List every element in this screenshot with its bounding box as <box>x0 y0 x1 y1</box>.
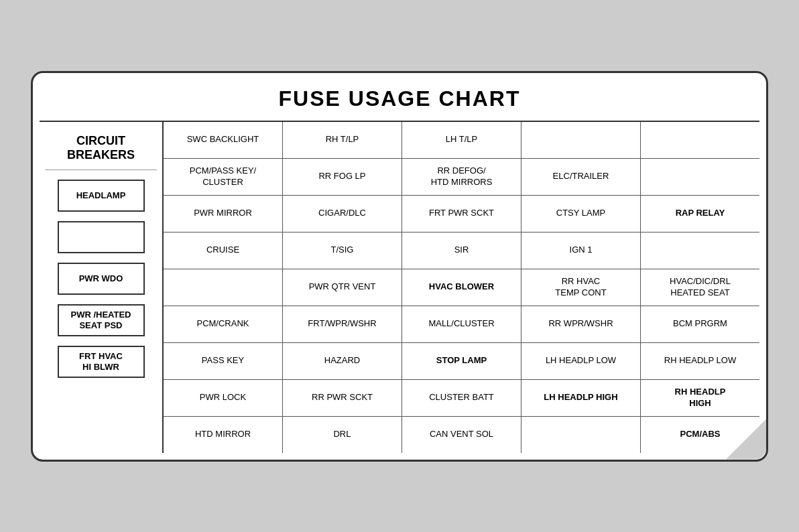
grid-cell: LH T/LP <box>402 122 521 158</box>
breaker-headlamp: HEADLAMP <box>58 180 145 212</box>
grid-row: CRUISET/SIGSIRIGN 1 <box>164 232 759 269</box>
grid-cell: RH HEADLPHIGH <box>641 380 759 416</box>
grid-cell: CAN VENT SOL <box>402 417 521 453</box>
fuse-chart-container: FUSE USAGE CHART CIRCUITBREAKERS HEADLAM… <box>31 71 768 462</box>
grid-cell: CTSY LAMP <box>521 196 641 232</box>
grid-cell: ELC/TRAILER <box>521 159 641 195</box>
grid-cell: FRT PWR SCKT <box>402 196 521 232</box>
chart-title: FUSE USAGE CHART <box>40 80 759 122</box>
grid-cell <box>521 417 641 453</box>
grid-cell: PWR LOCK <box>164 380 283 416</box>
grid-row: SWC BACKLIGHTRH T/LPLH T/LP <box>164 122 759 159</box>
grid-cell: LH HEADLP HIGH <box>521 380 641 416</box>
grid-row: PWR LOCKRR PWR SCKTCLUSTER BATTLH HEADLP… <box>164 380 759 417</box>
grid-cell <box>164 269 283 306</box>
grid-row: HTD MIRRORDRLCAN VENT SOLPCM/ABS <box>164 417 759 453</box>
grid-cell: PWR QTR VENT <box>283 269 402 306</box>
grid-cell: SWC BACKLIGHT <box>164 122 283 158</box>
grid-cell: IGN 1 <box>521 232 641 269</box>
grid-row: PCM/CRANKFRT/WPR/WSHRMALL/CLUSTERRR WPR/… <box>164 306 759 343</box>
grid-cell: HAZARD <box>283 343 402 379</box>
grid-cell: RR FOG LP <box>283 159 402 195</box>
breaker-pwr-wdo: PWR WDO <box>58 263 145 295</box>
grid-row: PWR MIRRORCIGAR/DLCFRT PWR SCKTCTSY LAMP… <box>164 196 759 232</box>
grid-cell: PCM/PASS KEY/CLUSTER <box>164 159 283 195</box>
grid-cell: DRL <box>283 417 402 453</box>
grid-cell <box>641 232 759 269</box>
grid-cell <box>641 159 759 195</box>
grid-cell: RR PWR SCKT <box>283 380 402 416</box>
grid-cell: SIR <box>402 232 521 269</box>
breaker-pwr-heated-seat: PWR /HEATEDSEAT PSD <box>58 304 145 336</box>
breaker-frt-hvac: FRT HVACHI BLWR <box>58 346 145 378</box>
grid-cell: STOP LAMP <box>402 343 521 379</box>
grid-cell: FRT/WPR/WSHR <box>283 306 402 342</box>
grid-row: PCM/PASS KEY/CLUSTERRR FOG LPRR DEFOG/HT… <box>164 159 759 196</box>
grid-cell: BCM PRGRM <box>641 306 759 342</box>
grid-cell: PWR MIRROR <box>164 196 283 232</box>
grid-cell <box>641 122 759 158</box>
grid-cell: PASS KEY <box>164 343 283 379</box>
grid-cell: RR DEFOG/HTD MIRRORS <box>402 159 521 195</box>
grid-cell: CRUISE <box>164 232 283 269</box>
grid-cell: RAP RELAY <box>641 196 759 232</box>
grid-cell: LH HEADLP LOW <box>521 343 641 379</box>
left-column: CIRCUITBREAKERS HEADLAMP PWR WDO PWR /HE… <box>40 122 164 453</box>
grid-cell: MALL/CLUSTER <box>402 306 521 342</box>
grid-cell: RR HVACTEMP CONT <box>521 269 641 306</box>
breaker-empty <box>58 221 145 253</box>
circuit-breakers-header: CIRCUITBREAKERS <box>45 129 157 170</box>
grid-row: PWR QTR VENTHVAC BLOWERRR HVACTEMP CONTH… <box>164 269 759 306</box>
grid-cell: PCM/CRANK <box>164 306 283 342</box>
grid-cell: T/SIG <box>283 232 402 269</box>
grid-cell: CIGAR/DLC <box>283 196 402 232</box>
grid-row: PASS KEYHAZARDSTOP LAMPLH HEADLP LOWRH H… <box>164 343 759 380</box>
grid-cell: HVAC/DIC/DRLHEATED SEAT <box>641 269 759 306</box>
right-grid: SWC BACKLIGHTRH T/LPLH T/LPPCM/PASS KEY/… <box>164 122 759 453</box>
grid-cell: RR WPR/WSHR <box>521 306 641 342</box>
grid-cell: HTD MIRROR <box>164 417 283 453</box>
grid-cell: RH T/LP <box>283 122 402 158</box>
grid-cell: CLUSTER BATT <box>402 380 521 416</box>
grid-cell: RH HEADLP LOW <box>641 343 759 379</box>
grid-cell <box>521 122 641 158</box>
chart-body: CIRCUITBREAKERS HEADLAMP PWR WDO PWR /HE… <box>40 122 759 453</box>
grid-cell: HVAC BLOWER <box>402 269 521 306</box>
